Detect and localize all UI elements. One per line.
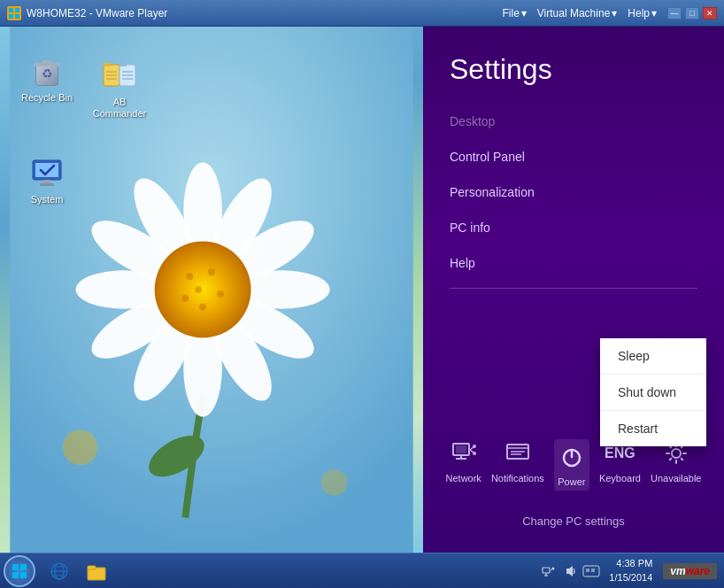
minimize-button[interactable]: — bbox=[667, 7, 682, 19]
recycle-bin-icon: ♻ bbox=[29, 53, 65, 89]
start-button[interactable] bbox=[4, 555, 35, 587]
taskbar-time: 4:38 PM 1/15/2014 bbox=[604, 557, 658, 584]
svg-rect-80 bbox=[543, 568, 550, 573]
svg-point-18 bbox=[155, 242, 251, 338]
svg-rect-1 bbox=[15, 8, 19, 12]
settings-item-personalization[interactable]: Personalization bbox=[423, 174, 724, 210]
system-icon bbox=[29, 155, 65, 190]
settings-item-help[interactable]: Help bbox=[423, 245, 724, 281]
svg-rect-62 bbox=[675, 460, 677, 464]
settings-item-pc-info[interactable]: PC info bbox=[423, 210, 724, 245]
svg-rect-70 bbox=[20, 563, 27, 569]
menu-help[interactable]: Help ▾ bbox=[628, 7, 657, 19]
maximize-button[interactable]: □ bbox=[685, 7, 699, 19]
svg-point-84 bbox=[552, 567, 555, 569]
desktop[interactable]: ♻ Recycle Bin bbox=[0, 27, 423, 553]
svg-rect-68 bbox=[680, 457, 683, 460]
svg-point-60 bbox=[672, 449, 681, 458]
keyboard-label: Keyboard bbox=[599, 473, 641, 484]
svg-rect-79 bbox=[88, 566, 96, 569]
network-icon bbox=[450, 439, 478, 468]
svg-point-53 bbox=[473, 452, 476, 455]
ab-commander-icon bbox=[102, 58, 137, 93]
power-menu-shutdown[interactable]: Shut down bbox=[600, 375, 706, 411]
svg-rect-71 bbox=[12, 571, 19, 577]
power-context-menu: Sleep Shut down Restart bbox=[600, 338, 706, 446]
svg-rect-63 bbox=[666, 453, 670, 454]
system-tray: 4:38 PM 1/15/2014 bbox=[535, 557, 663, 584]
tray-network-icon[interactable] bbox=[540, 562, 558, 580]
tray-vmware-icon[interactable] bbox=[582, 562, 600, 580]
vmware-badge: vmware bbox=[663, 563, 717, 579]
svg-rect-35 bbox=[119, 63, 127, 66]
svg-rect-88 bbox=[591, 569, 595, 572]
bottom-icon-power[interactable]: Power bbox=[554, 439, 589, 491]
bottom-icon-notifications[interactable]: Notifications bbox=[491, 439, 544, 491]
desktop-wallpaper bbox=[0, 27, 423, 553]
svg-point-21 bbox=[217, 290, 224, 298]
bottom-icon-network[interactable]: Network bbox=[446, 439, 481, 491]
settings-item-desktop: Desktop bbox=[423, 104, 724, 139]
taskbar: 4:38 PM 1/15/2014 vmware bbox=[0, 553, 724, 588]
unavailable-label: Unavailable bbox=[651, 473, 701, 484]
svg-rect-69 bbox=[12, 563, 19, 569]
change-pc-settings-link[interactable]: Change PC settings bbox=[423, 507, 724, 535]
tray-sound-icon[interactable] bbox=[561, 562, 579, 580]
svg-rect-45 bbox=[40, 183, 54, 186]
svg-marker-85 bbox=[566, 566, 573, 576]
svg-point-52 bbox=[473, 445, 476, 448]
menu-virtual-machine[interactable]: Virtual Machine ▾ bbox=[537, 7, 618, 19]
svg-rect-43 bbox=[35, 163, 58, 177]
network-label: Network bbox=[446, 473, 481, 484]
close-button[interactable]: ✕ bbox=[703, 7, 717, 19]
taskbar-explorer[interactable] bbox=[79, 555, 114, 587]
svg-rect-64 bbox=[682, 453, 687, 454]
power-menu-sleep[interactable]: Sleep bbox=[600, 338, 706, 375]
menu-bar: File ▾ Virtual Machine ▾ Help ▾ bbox=[502, 7, 657, 19]
keyboard-text: ENG bbox=[605, 445, 635, 461]
notifications-label: Notifications bbox=[491, 473, 544, 484]
svg-rect-3 bbox=[15, 14, 19, 19]
menu-file[interactable]: File ▾ bbox=[502, 7, 526, 19]
system-label: System bbox=[31, 194, 64, 205]
settings-panel: Settings Desktop Control Panel Personali… bbox=[423, 27, 724, 553]
svg-rect-72 bbox=[20, 571, 27, 577]
window-controls: — □ ✕ bbox=[667, 7, 717, 19]
ab-commander-label: ABCommander bbox=[93, 97, 147, 120]
recycle-bin-label: Recycle Bin bbox=[21, 92, 73, 104]
svg-rect-31 bbox=[42, 60, 52, 64]
bottom-icon-unavailable[interactable]: Unavailable bbox=[651, 439, 701, 491]
divider-area bbox=[423, 281, 724, 296]
svg-point-26 bbox=[321, 469, 348, 496]
svg-point-24 bbox=[195, 286, 202, 293]
svg-rect-2 bbox=[9, 14, 13, 19]
power-label: Power bbox=[558, 476, 585, 487]
app-icon bbox=[7, 6, 21, 20]
svg-point-23 bbox=[199, 304, 206, 311]
settings-item-control-panel[interactable]: Control Panel bbox=[423, 139, 724, 174]
svg-point-20 bbox=[208, 268, 215, 275]
svg-text:♻: ♻ bbox=[42, 66, 53, 81]
settings-title: Settings bbox=[423, 27, 724, 104]
svg-rect-87 bbox=[586, 569, 589, 572]
desktop-icon-recycle-bin[interactable]: ♻ Recycle Bin bbox=[16, 53, 78, 104]
svg-rect-0 bbox=[9, 8, 13, 12]
svg-point-22 bbox=[181, 295, 189, 302]
bottom-icon-keyboard[interactable]: ENG Keyboard bbox=[599, 439, 641, 491]
svg-point-19 bbox=[186, 273, 193, 280]
svg-point-25 bbox=[63, 429, 98, 465]
titlebar: W8HOME32 - VMware Player File ▾ Virtual … bbox=[0, 0, 724, 27]
svg-rect-47 bbox=[456, 445, 466, 453]
main-area: ♻ Recycle Bin bbox=[0, 27, 724, 553]
svg-rect-34 bbox=[104, 63, 111, 66]
divider-line bbox=[450, 288, 697, 289]
taskbar-ie[interactable] bbox=[42, 555, 77, 587]
notifications-icon bbox=[504, 439, 532, 468]
desktop-icon-system[interactable]: System bbox=[16, 155, 78, 205]
power-menu-restart[interactable]: Restart bbox=[600, 411, 706, 446]
window-title: W8HOME32 - VMware Player bbox=[27, 7, 502, 19]
svg-rect-67 bbox=[668, 457, 672, 460]
power-icon bbox=[558, 443, 586, 471]
desktop-icon-ab-commander[interactable]: ABCommander bbox=[89, 58, 150, 120]
